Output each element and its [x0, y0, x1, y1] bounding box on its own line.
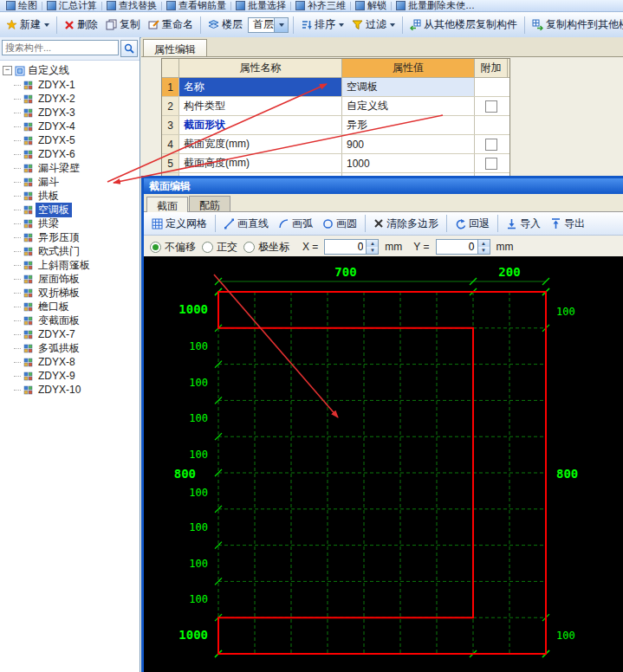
tree-item[interactable]: ZDYX-4	[3, 120, 140, 133]
property-extra	[475, 97, 508, 115]
tree-item[interactable]: 拱梁	[3, 216, 140, 230]
tree-item[interactable]: 欧式拱门	[3, 244, 140, 258]
copy-button[interactable]: 复制	[103, 16, 143, 34]
property-value[interactable]: 自定义线	[342, 97, 475, 115]
spinner-buttons[interactable]: ▲▼	[477, 240, 490, 254]
tree-item[interactable]: 变截面板	[3, 313, 140, 327]
property-name: 名称	[179, 78, 342, 96]
property-value[interactable]: 异形	[342, 116, 475, 134]
toolbar-button[interactable]: 解锁	[353, 0, 389, 12]
tree-root[interactable]: − 自定义线	[3, 63, 140, 78]
property-row[interactable]: 3截面形状异形	[162, 116, 509, 135]
clear-polygon-button[interactable]: 清除多边形	[370, 216, 442, 232]
tree-item[interactable]: 屋面饰板	[3, 272, 140, 286]
toolbar-button[interactable]: 批量选择	[233, 0, 289, 12]
tree-item[interactable]: 异形压顶	[3, 230, 140, 244]
sort-button[interactable]: 排序	[298, 16, 347, 34]
tree-connector	[14, 85, 21, 86]
clear-x-icon	[373, 218, 384, 229]
tree-item[interactable]: 上斜雨篷板	[3, 258, 140, 272]
spin-down-icon[interactable]: ▼	[367, 247, 378, 254]
property-value[interactable]: 900	[342, 135, 475, 153]
tab-property-editor[interactable]: 属性编辑	[143, 39, 207, 56]
tree-item[interactable]: 檐口板	[3, 300, 140, 313]
floor-select[interactable]: 首层	[248, 17, 289, 33]
import-button[interactable]: 导入	[503, 216, 544, 232]
tree-item[interactable]: ZDYX-6	[3, 147, 140, 161]
tree-item[interactable]: ZDYX-7	[3, 327, 140, 341]
extra-checkbox[interactable]	[485, 100, 497, 113]
tree-item[interactable]: ZDYX-1	[3, 78, 140, 92]
radio-icon	[202, 242, 213, 253]
toolbar-button[interactable]: 查找替换	[104, 0, 159, 12]
tree-item[interactable]: 漏斗梁壁	[3, 161, 140, 175]
tab-section[interactable]: 截面	[146, 197, 188, 212]
tree-item[interactable]: 空调板	[3, 203, 140, 216]
property-row[interactable]: 5截面高度(mm)1000	[162, 154, 509, 173]
toolbar-button[interactable]: 批量删除未使…	[393, 0, 477, 12]
tree-connector	[14, 279, 21, 280]
define-grid-button[interactable]: 定义网格	[148, 216, 211, 232]
copy-from-floor-button[interactable]: 从其他楼层复制构件	[407, 16, 520, 34]
component-icon	[23, 233, 33, 242]
component-icon	[23, 261, 33, 270]
no-offset-radio[interactable]: 不偏移	[150, 240, 196, 255]
tree-item[interactable]: ZDYX-9	[3, 369, 140, 383]
combo-dropdown-button[interactable]	[274, 18, 288, 32]
tree-item-label: 漏斗梁壁	[36, 161, 82, 176]
dialog-titlebar[interactable]: 截面编辑	[144, 178, 623, 194]
draw-circle-label: 画圆	[336, 216, 357, 231]
property-row[interactable]: 1名称空调板	[162, 78, 509, 97]
tree-item[interactable]: ZDYX-3	[3, 106, 140, 120]
polar-radio[interactable]: 极坐标	[243, 240, 289, 255]
property-row[interactable]: 2构件类型自定义线	[162, 97, 509, 116]
spin-up-icon[interactable]: ▲	[367, 240, 378, 247]
tree-item-label: ZDYX-2	[36, 93, 78, 105]
toolbar-button[interactable]: 汇总计算	[44, 0, 100, 12]
undo-button[interactable]: 回退	[451, 216, 493, 232]
spin-up-icon[interactable]: ▲	[478, 240, 490, 247]
toolbar-button[interactable]: 补齐三维	[293, 0, 348, 12]
copy-button-label: 复制	[120, 17, 140, 32]
floor-button[interactable]: 楼层	[205, 16, 245, 34]
property-value[interactable]: 空调板	[342, 78, 475, 96]
toolbar-button[interactable]: 查看钢筋量	[164, 0, 229, 12]
tree-item[interactable]: 多弧拱板	[3, 341, 140, 355]
search-button[interactable]	[120, 40, 138, 57]
section-canvas[interactable]: 7002001000100100100100800100100100100100…	[144, 256, 623, 672]
search-input[interactable]	[2, 40, 119, 55]
draw-line-button[interactable]: 画直线	[220, 216, 272, 232]
extra-checkbox[interactable]	[485, 139, 497, 151]
extra-checkbox[interactable]	[485, 158, 497, 170]
y-value-input[interactable]	[437, 240, 477, 254]
clear-polygon-label: 清除多边形	[386, 216, 438, 231]
grid-icon	[152, 218, 163, 229]
tree-item[interactable]: ZDYX-8	[3, 355, 140, 369]
property-row[interactable]: 4截面宽度(mm)900	[162, 135, 509, 154]
tree-item-label: 檐口板	[36, 300, 72, 314]
spin-down-icon[interactable]: ▼	[478, 247, 490, 254]
tree-item[interactable]: ZDYX-2	[3, 92, 140, 106]
delete-button[interactable]: 删除	[62, 16, 101, 34]
ortho-radio[interactable]: 正交	[202, 240, 237, 255]
copy-to-floor-button[interactable]: 复制构件到其他楼层	[529, 16, 623, 34]
collapse-icon[interactable]: −	[3, 66, 12, 75]
tab-rebar[interactable]: 配筋	[189, 196, 230, 211]
tree-item[interactable]: ZDYX-5	[3, 133, 140, 147]
tree-item[interactable]: 双折梯板	[3, 286, 140, 300]
tree-item[interactable]: ZDYX-10	[3, 383, 140, 397]
spinner-buttons[interactable]: ▲▼	[366, 240, 378, 254]
toolbar-button[interactable]: 绘图	[3, 0, 40, 12]
export-button[interactable]: 导出	[547, 216, 588, 232]
draw-circle-button[interactable]: 画圆	[319, 216, 360, 232]
new-button[interactable]: 新建	[3, 16, 52, 34]
property-value[interactable]: 1000	[342, 154, 475, 172]
filter-button[interactable]: 过滤	[349, 16, 398, 34]
x-value-input[interactable]	[325, 240, 366, 254]
rename-button[interactable]: 重命名	[146, 16, 196, 34]
tree-item[interactable]: 拱板	[3, 189, 140, 203]
draw-arc-button[interactable]: 画弧	[275, 216, 316, 232]
svg-text:100: 100	[189, 340, 208, 352]
component-icon	[23, 94, 33, 104]
tree-item[interactable]: 漏斗	[3, 175, 140, 189]
